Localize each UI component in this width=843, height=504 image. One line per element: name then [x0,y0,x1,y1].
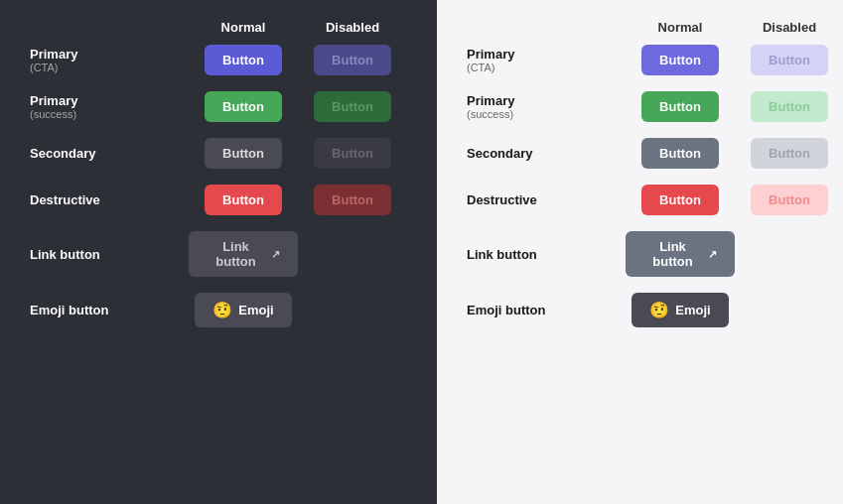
btn-destructive-button[interactable]: Button [205,185,282,215]
row-sublabel: (success) [30,108,189,120]
btn-secondary-button[interactable]: Button [641,138,719,169]
btn-destructive-button[interactable]: Button [641,185,719,215]
btn-cell-normal: Button [626,91,735,122]
btn-cell-disabled: Button [298,138,407,169]
btn-cell-normal: Button [626,185,735,215]
button-row-primary-0: Primary(CTA)ButtonButton [30,45,407,75]
column-headers: NormalDisabled [467,20,843,35]
btn-cell-normal: Button [189,45,298,75]
btn-secondary-disabled-button: Button [751,138,828,169]
btn-cell-disabled: Button [298,45,407,75]
btn-cell-normal: Button [189,138,298,169]
row-sublabel: (CTA) [467,62,626,73]
emoji-button[interactable]: 🤨 Emoji [632,293,728,327]
btn-cell-disabled: Button [735,185,843,215]
btn-cell-disabled: Button [735,138,843,169]
row-sublabel: (success) [467,108,626,120]
btn-destructive-disabled-button: Button [314,185,391,215]
btn-cell-disabled: Button [298,91,407,122]
btn-primary-success-button[interactable]: Button [205,91,282,122]
button-row-link-button-4: Link buttonLink button ↗ [467,231,843,277]
button-row-primary-1: Primary(success)ButtonButton [467,91,843,122]
button-row-link-button-4: Link buttonLink button ↗ [30,231,407,277]
btn-secondary-disabled-button: Button [314,138,391,169]
btn-primary-cta-button[interactable]: Button [205,45,282,75]
btn-cell-normal: Button [626,138,735,169]
row-label: Link button [467,247,626,262]
button-row-primary-0: Primary(CTA)ButtonButton [467,45,843,75]
btn-cell-disabled: Button [298,185,407,215]
btn-secondary-button[interactable]: Button [205,138,282,169]
row-label: Primary(success) [467,93,626,120]
row-label: Secondary [30,146,189,161]
btn-cell-disabled: Button [735,91,843,122]
btn-primary-cta-disabled-button: Button [314,45,391,75]
row-label: Link button [30,247,189,262]
button-row-destructive-3: DestructiveButtonButton [467,185,843,215]
row-label: Secondary [467,146,626,161]
panel-light: NormalDisabledPrimary(CTA)ButtonButtonPr… [437,0,843,504]
btn-cell-normal: Link button ↗ [626,231,735,277]
btn-primary-success-disabled-button: Button [314,91,391,122]
emoji-icon: 🤨 [212,301,232,319]
btn-cell-disabled: Button [735,45,843,75]
button-row-secondary-2: SecondaryButtonButton [467,138,843,169]
btn-primary-success-button[interactable]: Button [641,91,719,122]
row-label: Emoji button [467,303,626,317]
btn-cell-normal: 🤨 Emoji [189,293,298,327]
row-sublabel: (CTA) [30,62,189,73]
row-label: Destructive [467,192,626,207]
row-label: Primary(success) [30,93,189,120]
emoji-button[interactable]: 🤨 Emoji [195,293,291,327]
button-row-destructive-3: DestructiveButtonButton [30,185,407,215]
external-link-icon: ↗ [271,248,280,261]
row-label: Primary(CTA) [467,47,626,73]
btn-primary-success-disabled-button: Button [751,91,828,122]
column-headers: NormalDisabled [30,20,407,35]
normal-column-header: Normal [626,20,735,35]
button-row-secondary-2: SecondaryButtonButton [30,138,407,169]
btn-cell-normal: Button [189,91,298,122]
btn-cell-normal: Button [626,45,735,75]
button-row-primary-1: Primary(success)ButtonButton [30,91,407,122]
btn-primary-cta-disabled-button: Button [751,45,828,75]
disabled-column-header: Disabled [298,20,407,35]
emoji-icon: 🤨 [649,301,669,319]
disabled-column-header: Disabled [735,20,843,35]
normal-column-header: Normal [189,20,298,35]
btn-cell-normal: 🤨 Emoji [626,293,735,327]
row-label: Primary(CTA) [30,47,189,73]
row-label: Destructive [30,192,189,207]
external-link-icon: ↗ [708,248,717,261]
link-button[interactable]: Link button ↗ [626,231,735,277]
button-row-emoji-button-5: Emoji button🤨 Emoji [467,293,843,327]
row-label: Emoji button [30,303,189,317]
button-row-emoji-button-5: Emoji button🤨 Emoji [30,293,407,327]
link-button[interactable]: Link button ↗ [189,231,298,277]
btn-primary-cta-button[interactable]: Button [641,45,719,75]
btn-cell-normal: Button [189,185,298,215]
panel-dark: NormalDisabledPrimary(CTA)ButtonButtonPr… [0,0,437,504]
btn-cell-normal: Link button ↗ [189,231,298,277]
btn-destructive-disabled-button: Button [751,185,828,215]
